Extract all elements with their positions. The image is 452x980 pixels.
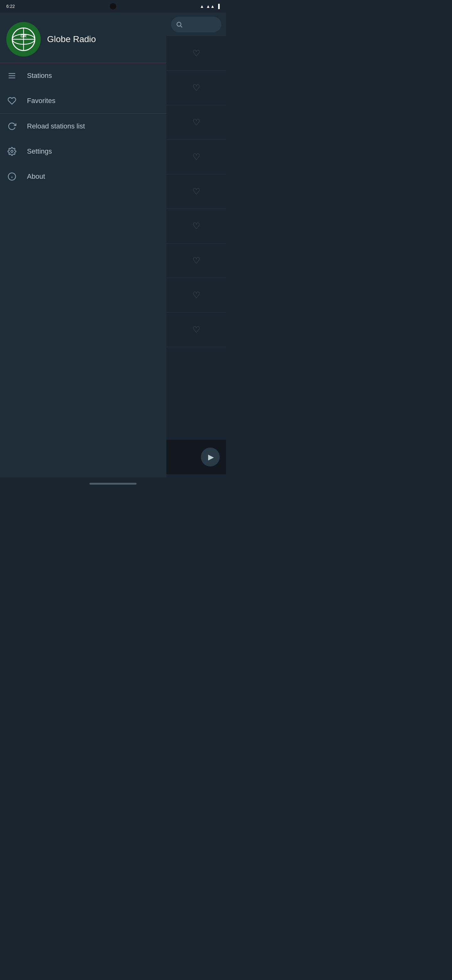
favorite-icon-4[interactable]: ♡ — [192, 152, 200, 162]
play-icon: ▶ — [208, 453, 214, 461]
app-title: Globe Radio — [47, 34, 96, 44]
station-row-8[interactable]: ♡ — [167, 278, 226, 313]
home-indicator — [0, 477, 226, 490]
drawer-header: GR Globe Radio — [0, 13, 167, 63]
svg-text:GR: GR — [21, 33, 26, 38]
svg-line-1 — [181, 26, 182, 27]
svg-point-10 — [11, 150, 13, 153]
time-display: 6:22 — [6, 4, 15, 9]
reload-icon — [6, 121, 17, 132]
station-row-4[interactable]: ♡ — [167, 140, 226, 174]
station-row-7[interactable]: ♡ — [167, 243, 226, 278]
search-bar — [167, 13, 226, 36]
header-divider — [0, 63, 167, 63]
app-container: ♡ ♡ ♡ ♡ ♡ ♡ ♡ ♡ ♡ — [0, 13, 226, 490]
search-icon — [176, 21, 183, 28]
about-label: About — [27, 172, 45, 181]
search-wrapper[interactable] — [171, 17, 221, 32]
favorite-icon-6[interactable]: ♡ — [192, 221, 200, 231]
station-row-2[interactable]: ♡ — [167, 71, 226, 105]
battery-icon: ▐ — [217, 4, 220, 9]
menu-icon — [6, 70, 17, 81]
gear-icon — [6, 146, 17, 157]
player-bar: ▶ — [167, 440, 226, 474]
station-row-5[interactable]: ♡ — [167, 174, 226, 209]
status-bar: 6:22 ▲ ▲▲ ▐ — [0, 0, 226, 13]
app-logo: GR — [6, 22, 41, 57]
favorite-icon-3[interactable]: ♡ — [192, 117, 200, 127]
heart-nav-icon — [6, 95, 17, 107]
favorite-icon-7[interactable]: ♡ — [192, 255, 200, 266]
settings-label: Settings — [27, 147, 52, 156]
nav-item-settings[interactable]: Settings — [0, 139, 167, 164]
navigation-drawer: GR Globe Radio Stations — [0, 13, 167, 490]
favorite-icon-5[interactable]: ♡ — [192, 186, 200, 197]
main-panel: ♡ ♡ ♡ ♡ ♡ ♡ ♡ ♡ ♡ — [167, 13, 226, 490]
favorite-icon-8[interactable]: ♡ — [192, 290, 200, 300]
nav-item-stations[interactable]: Stations — [0, 63, 167, 88]
info-icon — [6, 171, 17, 182]
station-row-3[interactable]: ♡ — [167, 105, 226, 140]
nav-item-about[interactable]: About — [0, 164, 167, 189]
favorites-label: Favorites — [27, 97, 55, 105]
home-bar — [89, 483, 136, 485]
stations-label: Stations — [27, 72, 52, 80]
nav-item-reload[interactable]: Reload stations list — [0, 114, 167, 139]
wifi-icon: ▲ — [200, 4, 205, 9]
favorites-divider — [0, 113, 167, 114]
camera-cutout — [110, 3, 116, 10]
status-icons: ▲ ▲▲ ▐ — [200, 4, 220, 9]
nav-item-favorites[interactable]: Favorites — [0, 88, 167, 113]
station-row-1[interactable]: ♡ — [167, 36, 226, 71]
reload-label: Reload stations list — [27, 122, 85, 130]
globe-logo-svg: GR — [11, 27, 36, 52]
favorite-icon-1[interactable]: ♡ — [192, 48, 200, 59]
svg-point-0 — [177, 22, 181, 26]
signal-icon: ▲▲ — [206, 4, 215, 9]
stations-list: ♡ ♡ ♡ ♡ ♡ ♡ ♡ ♡ ♡ — [167, 36, 226, 440]
favorite-icon-2[interactable]: ♡ — [192, 83, 200, 93]
station-row-6[interactable]: ♡ — [167, 209, 226, 243]
play-button[interactable]: ▶ — [201, 448, 220, 466]
station-row-9[interactable]: ♡ — [167, 313, 226, 347]
favorite-icon-9[interactable]: ♡ — [192, 325, 200, 335]
